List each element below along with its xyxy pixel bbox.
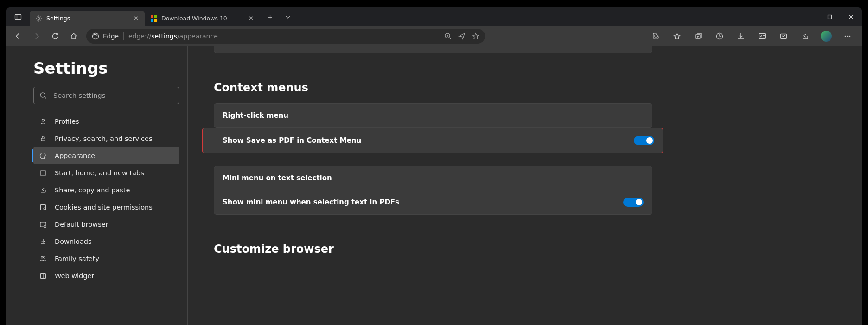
tab-overflow-chevron[interactable] <box>277 8 299 26</box>
more-menu-button[interactable] <box>838 27 857 45</box>
sidebar-item-family[interactable]: Family safety <box>33 250 179 267</box>
family-icon <box>39 255 47 263</box>
row-save-as-pdf: Show Save as PDF in Context Menu <box>214 128 663 153</box>
extensions-icon[interactable] <box>646 27 665 45</box>
close-icon[interactable]: ✕ <box>247 14 255 22</box>
history-icon[interactable] <box>710 27 729 45</box>
settings-main[interactable]: Context menus Right-click menu Show Save… <box>188 46 862 325</box>
svg-point-33 <box>41 256 43 258</box>
svg-point-25 <box>42 119 45 121</box>
browser-window: Settings ✕ Download Windows 10 ✕ ＋ <box>6 7 862 325</box>
svg-line-11 <box>449 38 451 39</box>
back-button[interactable] <box>9 27 27 45</box>
sidebar-item-label: Start, home, and new tabs <box>55 169 144 177</box>
sidebar-item-label: Downloads <box>55 238 92 245</box>
settings-sidebar: Settings Profiles Privacy, search, and s… <box>6 46 188 325</box>
sidebar-item-default-browser[interactable]: Default browser <box>33 216 179 233</box>
toolbar-icons <box>646 27 859 45</box>
tab-download-windows[interactable]: Download Windows 10 ✕ <box>145 11 260 26</box>
profile-avatar[interactable] <box>817 27 836 45</box>
cookies-icon <box>39 203 47 211</box>
toggle-save-pdf[interactable] <box>634 136 654 145</box>
toolbar: Edge edge://settings/appearance <box>6 26 862 46</box>
svg-rect-6 <box>154 19 157 22</box>
send-icon[interactable] <box>458 32 466 40</box>
profile-icon <box>39 117 47 126</box>
refresh-button[interactable] <box>46 27 64 45</box>
downloads-icon[interactable] <box>732 27 750 45</box>
new-tab-button[interactable]: ＋ <box>262 10 277 25</box>
address-bar[interactable]: Edge edge://settings/appearance <box>86 29 485 44</box>
tab-actions-icon <box>14 13 22 21</box>
share-icon <box>39 186 47 194</box>
svg-point-21 <box>847 36 849 37</box>
tab-settings[interactable]: Settings ✕ <box>30 11 145 26</box>
close-window-button[interactable] <box>840 8 862 26</box>
math-icon[interactable] <box>753 27 772 45</box>
zoom-icon[interactable] <box>444 32 452 40</box>
sidebar-item-privacy[interactable]: Privacy, search, and services <box>33 130 179 147</box>
search-icon <box>39 92 47 99</box>
url-text: edge://settings/appearance <box>128 32 218 40</box>
sidebar-item-start[interactable]: Start, home, and new tabs <box>33 164 179 181</box>
sidebar-item-webwidget[interactable]: Web widget <box>33 267 179 284</box>
svg-rect-29 <box>41 204 46 210</box>
address-actions <box>444 32 479 40</box>
tab-title: Download Windows 10 <box>161 15 247 22</box>
svg-rect-18 <box>760 34 766 39</box>
gear-icon <box>35 15 43 22</box>
svg-point-2 <box>38 17 40 19</box>
sidebar-item-profiles[interactable]: Profiles <box>33 113 179 130</box>
widget-icon <box>39 272 47 280</box>
title-bar: Settings ✕ Download Windows 10 ✕ ＋ <box>6 7 862 26</box>
svg-point-23 <box>40 93 45 97</box>
svg-rect-0 <box>15 14 21 19</box>
edge-logo-icon <box>92 32 99 40</box>
appearance-icon <box>39 152 47 160</box>
svg-rect-26 <box>41 138 45 141</box>
svg-point-20 <box>845 36 846 37</box>
collections-icon[interactable] <box>689 27 708 45</box>
home-button[interactable] <box>65 27 83 45</box>
svg-rect-3 <box>151 15 153 18</box>
minimize-button[interactable] <box>798 8 819 26</box>
maximize-button[interactable] <box>819 8 840 26</box>
search-input[interactable] <box>53 92 173 99</box>
svg-line-24 <box>45 97 46 99</box>
search-settings[interactable] <box>33 87 179 104</box>
prev-card-edge <box>214 46 652 53</box>
identity-label: Edge <box>103 32 119 40</box>
screenshot-icon[interactable] <box>774 27 793 45</box>
svg-point-32 <box>44 225 46 227</box>
close-icon[interactable]: ✕ <box>132 14 140 22</box>
svg-rect-27 <box>40 171 46 175</box>
forward-button[interactable] <box>28 27 45 45</box>
favorite-star-icon[interactable] <box>472 32 479 40</box>
row-mini-menu-pdf: Show mini menu when selecting text in PD… <box>214 190 652 214</box>
browser-icon <box>39 220 47 229</box>
sidebar-item-label: Privacy, search, and services <box>55 135 152 142</box>
svg-point-22 <box>849 36 851 37</box>
favorites-icon[interactable] <box>668 27 686 45</box>
svg-rect-5 <box>151 19 153 22</box>
row-label: Show Save as PDF in Context Menu <box>223 136 361 145</box>
share-icon[interactable] <box>796 27 814 45</box>
card-header: Right-click menu <box>214 104 652 127</box>
sidebar-item-downloads[interactable]: Downloads <box>33 233 179 250</box>
card-header: Mini menu on text selection <box>214 166 652 190</box>
site-identity[interactable]: Edge <box>92 32 124 40</box>
highlighted-row: Show Save as PDF in Context Menu <box>202 128 663 153</box>
tab-title: Settings <box>46 15 132 22</box>
sidebar-item-label: Web widget <box>55 272 94 280</box>
download-icon <box>39 237 47 246</box>
row-label: Show mini menu when selecting text in PD… <box>223 198 399 206</box>
svg-point-9 <box>93 33 99 39</box>
sidebar-item-appearance[interactable]: Appearance <box>33 147 179 164</box>
sidebar-item-share[interactable]: Share, copy and paste <box>33 181 179 198</box>
content-area: Settings Profiles Privacy, search, and s… <box>6 46 862 325</box>
tab-actions-button[interactable] <box>6 13 30 21</box>
sidebar-item-label: Default browser <box>55 221 108 228</box>
toggle-mini-menu[interactable] <box>623 198 644 207</box>
avatar-icon <box>821 31 832 42</box>
sidebar-item-cookies[interactable]: Cookies and site permissions <box>33 198 179 216</box>
